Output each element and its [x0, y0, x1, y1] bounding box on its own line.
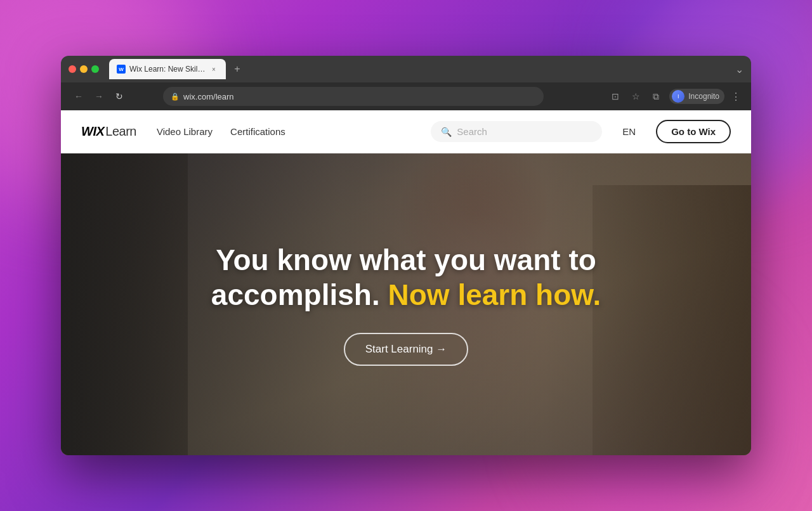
nav-certifications[interactable]: Certifications — [230, 126, 285, 137]
new-tab-button[interactable]: + — [228, 60, 246, 78]
traffic-lights — [69, 65, 99, 73]
site-search-bar[interactable]: 🔍 Search — [431, 121, 602, 142]
url-text: wix.com/learn — [183, 92, 233, 101]
cast-icon[interactable]: ⊡ — [608, 89, 622, 103]
bookmark-icon[interactable]: ☆ — [629, 89, 643, 103]
logo-learn: Learn — [105, 124, 136, 139]
hero-section: You know what you want to accomplish. No… — [61, 153, 751, 455]
profile-button[interactable]: I Incognito — [669, 89, 724, 104]
tab-title: Wix Learn: New Skills To Boos... — [129, 65, 206, 74]
search-placeholder: Search — [457, 126, 487, 137]
browser-window: W Wix Learn: New Skills To Boos... × + ⌄… — [61, 56, 751, 455]
search-icon: 🔍 — [441, 127, 452, 137]
site-navbar: WIX Learn Video Library Certifications 🔍… — [61, 110, 751, 153]
split-screen-icon[interactable]: ⧉ — [649, 89, 663, 103]
site-logo[interactable]: WIX Learn — [81, 124, 136, 139]
nav-video-library[interactable]: Video Library — [157, 126, 213, 137]
minimize-window-button[interactable] — [80, 65, 88, 73]
profile-label: Incognito — [688, 92, 719, 101]
lock-icon: 🔒 — [171, 93, 180, 101]
goto-wix-button[interactable]: Go to Wix — [656, 120, 731, 143]
logo-wix: WIX — [81, 124, 104, 139]
active-tab[interactable]: W Wix Learn: New Skills To Boos... × — [109, 59, 226, 79]
address-bar[interactable]: 🔒 wix.com/learn — [163, 87, 544, 106]
back-button[interactable]: ← — [71, 89, 86, 104]
titlebar: W Wix Learn: New Skills To Boos... × + ⌄ — [61, 56, 751, 82]
forward-button[interactable]: → — [91, 89, 107, 104]
tab-close-button[interactable]: × — [209, 65, 218, 74]
addressbar: ← → ↻ 🔒 wix.com/learn ⊡ ☆ ⧉ I Incognito … — [61, 82, 751, 110]
hero-headline-accent: Now learn how. — [380, 278, 601, 311]
webpage: WIX Learn Video Library Certifications 🔍… — [61, 110, 751, 455]
nav-links: Video Library Certifications — [157, 126, 285, 137]
toolbar-right: ⊡ ☆ ⧉ I Incognito ⋮ — [608, 89, 741, 104]
nav-buttons: ← → ↻ — [71, 89, 127, 104]
close-window-button[interactable] — [69, 65, 76, 73]
language-selector[interactable]: EN — [622, 126, 636, 137]
tab-bar: W Wix Learn: New Skills To Boos... × + ⌄ — [109, 59, 743, 79]
tab-expand-button[interactable]: ⌄ — [735, 63, 743, 75]
profile-avatar: I — [672, 90, 684, 103]
hero-headline: You know what you want to accomplish. No… — [184, 243, 628, 313]
start-learning-button[interactable]: Start Learning → — [344, 333, 469, 366]
tab-favicon: W — [117, 65, 126, 74]
maximize-window-button[interactable] — [91, 65, 99, 73]
hero-content: You know what you want to accomplish. No… — [61, 153, 751, 455]
more-options-button[interactable]: ⋮ — [731, 91, 741, 103]
refresh-button[interactable]: ↻ — [112, 89, 127, 104]
